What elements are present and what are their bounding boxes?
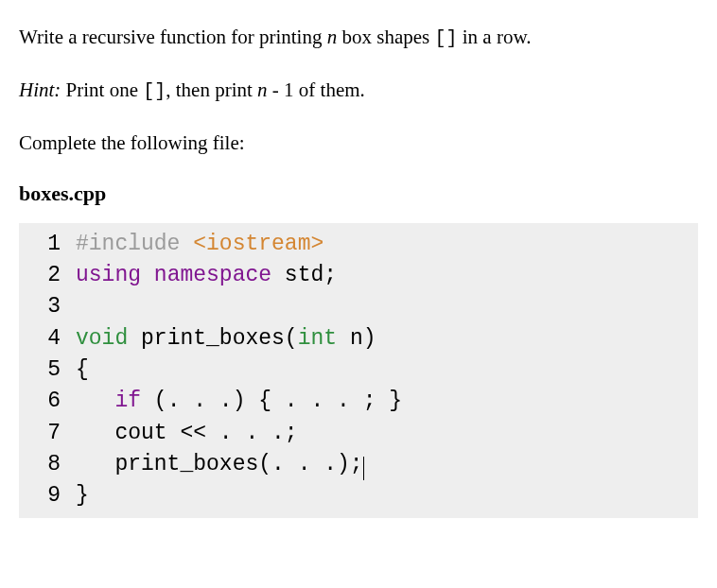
code-line: 8 print_boxes(. . .); — [19, 449, 698, 480]
line-number: 9 — [19, 480, 76, 511]
code-token: print_boxes( — [128, 326, 297, 351]
hint-label: Hint: — [19, 78, 61, 101]
line-number: 3 — [19, 291, 76, 322]
instruction-line-1: Write a recursive function for printing … — [19, 23, 698, 53]
code-block: 1#include <iostream>2using namespace std… — [19, 223, 698, 518]
code-token: using — [76, 263, 141, 287]
code-token: std; — [271, 263, 337, 287]
code-inline-box: [] — [434, 27, 457, 49]
line-number: 4 — [19, 323, 76, 355]
code-token: print_boxes(. . .); — [76, 452, 363, 476]
code-line: 6 if (. . .) { . . . ; } — [19, 386, 698, 417]
line-number: 2 — [19, 260, 76, 291]
code-token: (. . .) { . . . ; } — [141, 389, 402, 413]
line-number: 8 — [19, 449, 76, 480]
code-token: cout << . . .; — [76, 421, 298, 445]
code-content: print_boxes(. . .); — [76, 449, 364, 480]
instruction-complete: Complete the following file: — [19, 129, 698, 159]
code-content: #include <iostream> — [76, 229, 324, 260]
code-token: { — [76, 357, 89, 382]
line-number: 7 — [19, 418, 76, 449]
text: - 1 of them. — [268, 78, 365, 101]
code-line: 7 cout << . . .; — [19, 418, 698, 449]
code-content: using namespace std; — [76, 260, 337, 291]
code-token: } — [76, 483, 89, 508]
code-token — [76, 389, 114, 413]
text: Write a recursive function for printing — [19, 26, 327, 48]
code-line: 2using namespace std; — [19, 260, 698, 291]
variable-n: n — [257, 78, 268, 101]
code-token: void — [76, 326, 128, 351]
instruction-hint: Hint: Print one [], then print n - 1 of … — [19, 76, 698, 106]
code-token: if — [114, 389, 141, 413]
code-token: #include — [76, 232, 193, 256]
code-token: n) — [337, 326, 376, 351]
line-number: 5 — [19, 355, 76, 386]
code-content: } — [76, 480, 89, 511]
code-content: cout << . . .; — [76, 418, 298, 449]
code-line: 4void print_boxes(int n) — [19, 323, 698, 355]
code-token: namespace — [154, 263, 271, 287]
code-line: 5{ — [19, 355, 698, 386]
code-token: <iostream> — [193, 232, 324, 256]
code-line: 9} — [19, 480, 698, 511]
text: box shapes — [337, 26, 434, 48]
code-token — [141, 263, 154, 287]
code-content: { — [76, 355, 89, 386]
text-cursor — [363, 457, 364, 480]
variable-n: n — [327, 26, 338, 48]
code-line: 1#include <iostream> — [19, 229, 698, 260]
code-line: 3 — [19, 291, 698, 322]
text: Print one — [61, 78, 143, 101]
code-token: int — [298, 326, 337, 351]
filename-heading: boxes.cpp — [19, 182, 698, 206]
text: , then print — [166, 78, 257, 101]
line-number: 6 — [19, 386, 76, 417]
line-number: 1 — [19, 229, 76, 260]
code-content: void print_boxes(int n) — [76, 323, 376, 355]
code-content: if (. . .) { . . . ; } — [76, 386, 402, 417]
code-inline-box: [] — [143, 80, 166, 102]
instructions-block: Write a recursive function for printing … — [19, 23, 698, 159]
text: in a row. — [457, 26, 531, 48]
